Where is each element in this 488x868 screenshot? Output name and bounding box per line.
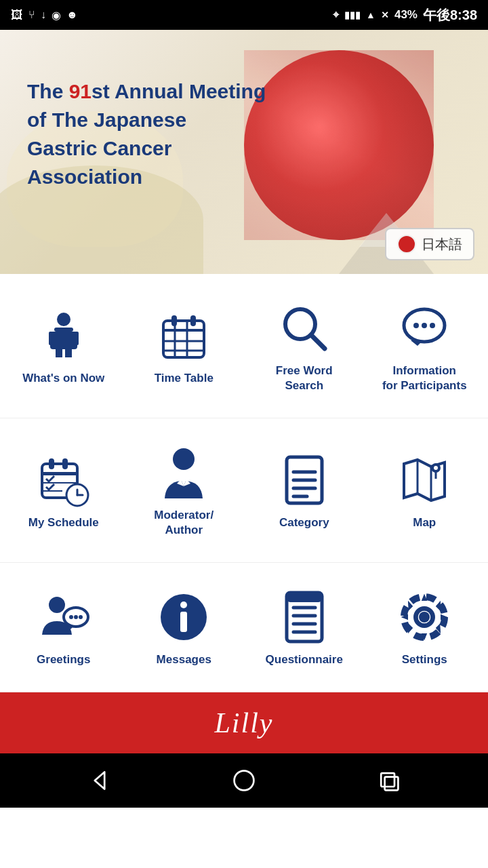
signal-icon: ▮▮▮ [344, 9, 361, 20]
document-lines-icon [277, 453, 331, 507]
svg-rect-17 [190, 315, 196, 326]
time-table-button[interactable]: Time Table [127, 288, 241, 404]
svg-rect-6 [65, 349, 72, 357]
map-button[interactable]: Map [368, 432, 482, 549]
svg-rect-5 [56, 349, 62, 357]
svg-rect-16 [171, 315, 177, 326]
usb-icon: ⑂ [28, 9, 35, 21]
status-right-info: ⌖ ▮▮▮ ▲ ✕ 43% 午後8:38 [333, 6, 477, 24]
svg-rect-27 [62, 458, 68, 469]
svg-rect-10 [163, 321, 204, 357]
settings-button[interactable]: Settings [368, 576, 482, 678]
wifi-icon: ▲ [366, 9, 375, 20]
svg-marker-67 [94, 772, 104, 789]
disc-icon: ◉ [52, 9, 61, 22]
information-for-participants-label: Informationfor Participants [382, 363, 467, 393]
magnify-icon [277, 301, 331, 355]
banner-num: 91 [69, 80, 92, 102]
messages-button[interactable]: Messages [127, 576, 241, 678]
svg-point-50 [69, 615, 73, 619]
time-table-label: Time Table [155, 371, 214, 386]
questionnaire-button[interactable]: Questionnaire [247, 576, 361, 678]
japan-language-button[interactable]: 日本語 [385, 228, 474, 260]
back-button[interactable] [83, 764, 117, 797]
battery-text: 43% [394, 8, 418, 22]
download-icon: ↓ [41, 9, 46, 21]
footer-bar: Lilly [0, 692, 488, 753]
time-display: 午後8:38 [423, 6, 477, 24]
gear-icon [397, 590, 451, 644]
svg-rect-9 [57, 328, 70, 330]
svg-rect-11 [163, 329, 204, 332]
svg-point-66 [419, 612, 430, 623]
recent-apps-button[interactable] [371, 764, 405, 797]
svg-rect-70 [385, 777, 399, 791]
svg-rect-61 [287, 593, 322, 602]
free-word-search-button[interactable]: Free WordSearch [247, 288, 361, 404]
svg-point-33 [173, 448, 195, 470]
doc-lines-icon [277, 590, 331, 644]
info-circle-icon [157, 590, 211, 644]
japan-flag-icon [397, 235, 416, 254]
svg-point-23 [430, 323, 435, 328]
category-button[interactable]: Category [247, 432, 361, 549]
svg-rect-8 [75, 332, 79, 345]
svg-point-52 [79, 615, 83, 619]
location-icon: ⌖ [333, 9, 339, 21]
greetings-button[interactable]: Greetings [7, 576, 121, 678]
icon-grid-row3: Greetings Messages Questionnaire [0, 563, 488, 692]
calendar-clock-icon [37, 453, 91, 507]
lilly-brand: Lilly [214, 707, 273, 739]
icon-grid-row2: My Schedule Moderator/Author Category [0, 418, 488, 563]
svg-rect-25 [42, 472, 77, 475]
questionnaire-label: Questionnaire [266, 652, 343, 667]
chat-dots-icon [397, 301, 451, 355]
svg-point-48 [49, 597, 65, 613]
my-schedule-label: My Schedule [28, 515, 99, 530]
svg-rect-55 [180, 612, 187, 632]
whats-on-now-button[interactable]: What's on Now [7, 288, 121, 404]
svg-rect-4 [50, 332, 77, 349]
status-left-icons: 🖼 ⑂ ↓ ◉ ☻ [11, 8, 78, 22]
nosim-icon: ✕ [381, 9, 389, 20]
svg-point-54 [180, 601, 187, 608]
map-label: Map [413, 515, 436, 530]
svg-point-46 [434, 466, 438, 470]
status-bar: 🖼 ⑂ ↓ ◉ ☻ ⌖ ▮▮▮ ▲ ✕ 43% 午後8:38 [0, 0, 488, 30]
person-chat-icon [37, 590, 91, 644]
svg-rect-7 [49, 332, 53, 345]
map-pin-icon [397, 453, 451, 507]
my-schedule-button[interactable]: My Schedule [7, 432, 121, 549]
photo-icon: 🖼 [11, 8, 23, 22]
moderator-author-label: Moderator/Author [154, 508, 214, 538]
svg-line-19 [311, 335, 325, 349]
free-word-search-label: Free WordSearch [276, 363, 333, 393]
greetings-label: Greetings [37, 652, 90, 667]
japan-language-label: 日本語 [422, 235, 462, 254]
svg-point-68 [235, 771, 254, 791]
nav-bar [0, 753, 488, 808]
whats-on-now-label: What's on Now [22, 371, 104, 386]
svg-rect-26 [49, 458, 54, 469]
home-button[interactable] [227, 764, 261, 797]
calendar-grid-icon [157, 309, 211, 363]
messages-label: Messages [157, 652, 211, 667]
svg-rect-69 [382, 774, 395, 787]
podium-icon [37, 309, 91, 363]
settings-label: Settings [402, 652, 447, 667]
category-label: Category [279, 515, 329, 530]
moderator-author-button[interactable]: Moderator/Author [127, 432, 241, 549]
svg-point-21 [413, 323, 419, 328]
banner: The 91st Annual Meeting of The Japanese … [0, 30, 488, 274]
svg-point-2 [57, 313, 70, 326]
information-for-participants-button[interactable]: Informationfor Participants [368, 288, 482, 404]
svg-point-51 [74, 615, 78, 619]
person-tie-icon [157, 446, 211, 500]
icon-grid-row1: What's on Now Time Table Free WordSearch [0, 274, 488, 418]
svg-point-22 [422, 323, 427, 328]
android-icon: ☻ [66, 9, 78, 21]
banner-title: The 91st Annual Meeting of The Japanese … [27, 77, 285, 191]
